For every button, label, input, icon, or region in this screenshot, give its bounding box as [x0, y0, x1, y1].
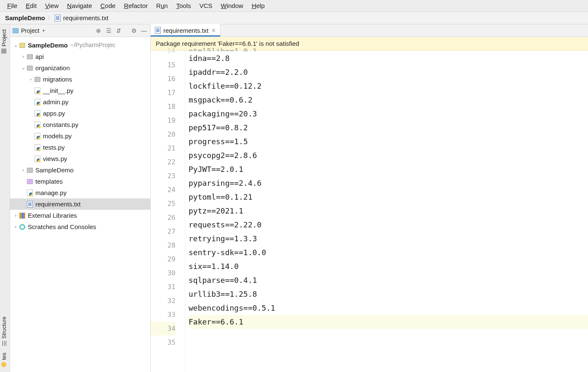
tree-folder-migrations[interactable]: › migrations: [10, 74, 150, 85]
project-icon: [2, 48, 7, 53]
code-line[interactable]: six==1.14.0: [189, 259, 588, 273]
code-line[interactable]: retrying==1.3.3: [189, 232, 588, 245]
gutter-line: 19: [151, 113, 176, 127]
editor-gutter: 1415161718192021222324252627282930313233…: [151, 50, 185, 372]
breadcrumb: SampleDemo 〉 requirements.txt: [0, 12, 588, 24]
python-file-icon: [35, 110, 40, 117]
package-icon: [27, 168, 33, 173]
editor-tab-requirements[interactable]: requirements.txt ✕: [151, 24, 221, 37]
menu-view[interactable]: View: [41, 1, 62, 11]
expand-all-icon[interactable]: ☰: [105, 27, 112, 34]
menu-vcs[interactable]: VCS: [196, 1, 216, 11]
gutter-line: 35: [151, 335, 176, 349]
tree-scratches[interactable]: › Scratches and Consoles: [10, 221, 150, 232]
breadcrumb-project[interactable]: SampleDemo: [5, 14, 45, 21]
gutter-line: 25: [151, 197, 176, 211]
tree-file-constants[interactable]: · constants.py: [10, 119, 150, 130]
gutter-line: 28: [151, 238, 176, 252]
scratches-icon: [19, 224, 25, 230]
favorites-icon: [2, 362, 7, 367]
breadcrumb-file[interactable]: requirements.txt: [63, 14, 109, 21]
tree-file-models[interactable]: · models.py: [10, 130, 150, 142]
code-line[interactable]: idna==2.8: [189, 51, 588, 65]
code-line[interactable]: sentry-sdk==1.0.0: [189, 245, 588, 259]
menu-run[interactable]: Run: [152, 1, 172, 11]
code-line[interactable]: psycopg2==2.8.6: [189, 148, 588, 162]
tree-external-libraries[interactable]: › External Libraries: [10, 210, 150, 221]
tree-folder-sampledemo[interactable]: › SampleDemo: [10, 164, 150, 176]
collapse-all-icon[interactable]: ⇵: [115, 27, 122, 34]
code-line[interactable]: Faker==6.6.1: [189, 315, 588, 329]
code-line[interactable]: urllib3==1.25.8: [189, 287, 588, 301]
toolwindow-tab-favorites[interactable]: tes: [0, 349, 8, 370]
tree-file-requirements[interactable]: · requirements.txt: [10, 198, 150, 210]
editor-code[interactable]: ntml5lib==1.0.1idna==2.8ipaddr==2.2.0loc…: [185, 50, 588, 372]
menu-window[interactable]: Window: [217, 1, 247, 11]
tree-file-apps[interactable]: · apps.py: [10, 108, 150, 119]
code-line[interactable]: requests==2.22.0: [189, 218, 588, 232]
code-line[interactable]: pytz==2021.1: [189, 204, 588, 218]
gutter-line: 23: [151, 169, 176, 183]
tree-file-admin[interactable]: · admin.py: [10, 96, 150, 108]
tree-folder-api[interactable]: › api: [10, 51, 150, 62]
menu-help[interactable]: Help: [248, 1, 269, 11]
project-tree[interactable]: ⌄ SampleDemo ~/PycharmProjec › api ⌄ org…: [10, 37, 150, 235]
code-line[interactable]: ipaddr==2.2.0: [189, 65, 588, 79]
code-line[interactable]: pep517==0.8.2: [189, 121, 588, 135]
tree-folder-templates[interactable]: · templates: [10, 176, 150, 187]
gutter-line: 26: [151, 211, 176, 224]
gutter-line: 21: [151, 141, 176, 155]
editor-body[interactable]: 1415161718192021222324252627282930313233…: [151, 50, 588, 372]
tree-file-views[interactable]: · views.py: [10, 153, 150, 164]
tree-folder-organization[interactable]: ⌄ organization: [10, 62, 150, 74]
editor-tabbar: requirements.txt ✕: [151, 24, 588, 37]
code-line[interactable]: sqlparse==0.4.1: [189, 273, 588, 287]
python-file-icon: [35, 144, 40, 151]
python-file-icon: [27, 190, 33, 196]
hide-icon[interactable]: —: [140, 27, 148, 34]
editor-tab-label: requirements.txt: [163, 27, 209, 34]
chevron-right-icon: 〉: [48, 15, 52, 21]
tree-file-manage[interactable]: · manage.py: [10, 187, 150, 198]
menu-file[interactable]: File: [3, 1, 21, 11]
textfile-icon: [155, 27, 161, 34]
tree-file-tests[interactable]: · tests.py: [10, 142, 150, 153]
code-line[interactable]: pyparsing==2.4.6: [189, 176, 588, 190]
menu-navigate[interactable]: Navigate: [63, 1, 96, 11]
code-line[interactable]: lockfile==0.12.2: [189, 79, 588, 93]
tree-root[interactable]: ⌄ SampleDemo ~/PycharmProjec: [10, 40, 150, 51]
menu-edit[interactable]: Edit: [22, 1, 40, 11]
close-icon[interactable]: ✕: [211, 27, 216, 34]
code-line[interactable]: webencodings==0.5.1: [189, 301, 588, 315]
toolwindow-tab-structure[interactable]: Structure: [0, 313, 8, 349]
code-line[interactable]: packaging==20.3: [189, 107, 588, 121]
code-line[interactable]: [189, 329, 588, 343]
gutter-line: 24: [151, 183, 176, 197]
libraries-icon: [19, 213, 25, 219]
python-file-icon: [35, 99, 40, 106]
gutter-line: 34: [151, 322, 176, 335]
package-icon: [27, 54, 33, 59]
code-line[interactable]: pytoml==0.1.21: [189, 190, 588, 204]
project-toolwindow-header: Project ⊕ ☰ ⇵ ⚙ —: [10, 24, 150, 37]
code-line[interactable]: progress==1.5: [189, 135, 588, 148]
gutter-line: 17: [151, 86, 176, 100]
editor-area: requirements.txt ✕ Package requirement '…: [151, 24, 588, 372]
textfile-icon: [27, 201, 33, 208]
gutter-line: 15: [151, 58, 176, 72]
python-file-icon: [35, 87, 40, 94]
gear-icon[interactable]: ⚙: [130, 27, 138, 34]
package-icon: [27, 66, 33, 71]
toolwindow-tab-project[interactable]: Project: [0, 26, 8, 57]
code-line[interactable]: PyJWT==2.0.1: [189, 162, 588, 176]
tree-file-init[interactable]: · __init__.py: [10, 85, 150, 96]
locate-icon[interactable]: ⊕: [95, 27, 102, 34]
code-line[interactable]: msgpack==0.6.2: [189, 93, 588, 107]
menu-tools[interactable]: Tools: [173, 1, 195, 11]
python-file-icon: [35, 156, 40, 162]
project-view-mode[interactable]: Project: [21, 27, 45, 34]
gutter-line: 22: [151, 155, 176, 169]
gutter-line: 20: [151, 127, 176, 141]
menu-refactor[interactable]: Refactor: [120, 1, 152, 11]
menu-code[interactable]: Code: [97, 1, 120, 11]
